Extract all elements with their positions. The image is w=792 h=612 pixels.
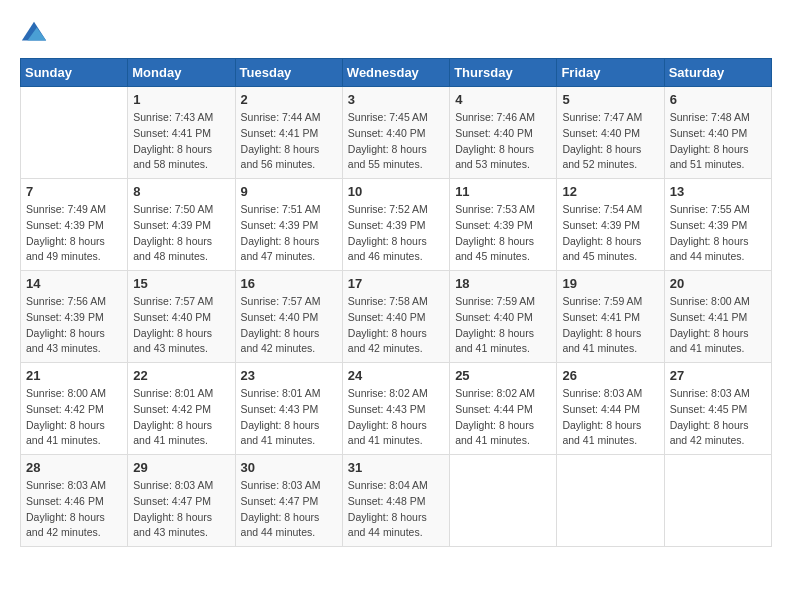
day-number: 2 — [241, 92, 337, 107]
day-number: 25 — [455, 368, 551, 383]
day-number: 10 — [348, 184, 444, 199]
day-number: 31 — [348, 460, 444, 475]
calendar-cell: 23Sunrise: 8:01 AMSunset: 4:43 PMDayligh… — [235, 363, 342, 455]
calendar-cell: 16Sunrise: 7:57 AMSunset: 4:40 PMDayligh… — [235, 271, 342, 363]
sun-info: Sunrise: 7:58 AMSunset: 4:40 PMDaylight:… — [348, 294, 444, 357]
sun-info: Sunrise: 8:03 AMSunset: 4:44 PMDaylight:… — [562, 386, 658, 449]
day-number: 18 — [455, 276, 551, 291]
day-number: 21 — [26, 368, 122, 383]
sun-info: Sunrise: 7:51 AMSunset: 4:39 PMDaylight:… — [241, 202, 337, 265]
calendar-cell: 11Sunrise: 7:53 AMSunset: 4:39 PMDayligh… — [450, 179, 557, 271]
day-number: 4 — [455, 92, 551, 107]
calendar-cell — [21, 87, 128, 179]
calendar-week-row: 28Sunrise: 8:03 AMSunset: 4:46 PMDayligh… — [21, 455, 772, 547]
calendar-cell: 26Sunrise: 8:03 AMSunset: 4:44 PMDayligh… — [557, 363, 664, 455]
sun-info: Sunrise: 7:57 AMSunset: 4:40 PMDaylight:… — [133, 294, 229, 357]
calendar-cell: 31Sunrise: 8:04 AMSunset: 4:48 PMDayligh… — [342, 455, 449, 547]
sun-info: Sunrise: 7:57 AMSunset: 4:40 PMDaylight:… — [241, 294, 337, 357]
calendar-cell — [664, 455, 771, 547]
day-number: 7 — [26, 184, 122, 199]
calendar-cell: 20Sunrise: 8:00 AMSunset: 4:41 PMDayligh… — [664, 271, 771, 363]
day-number: 8 — [133, 184, 229, 199]
day-number: 22 — [133, 368, 229, 383]
day-number: 9 — [241, 184, 337, 199]
weekday-header: Thursday — [450, 59, 557, 87]
weekday-header: Tuesday — [235, 59, 342, 87]
weekday-header: Saturday — [664, 59, 771, 87]
sun-info: Sunrise: 8:00 AMSunset: 4:41 PMDaylight:… — [670, 294, 766, 357]
sun-info: Sunrise: 8:01 AMSunset: 4:43 PMDaylight:… — [241, 386, 337, 449]
calendar-cell: 6Sunrise: 7:48 AMSunset: 4:40 PMDaylight… — [664, 87, 771, 179]
calendar-cell: 7Sunrise: 7:49 AMSunset: 4:39 PMDaylight… — [21, 179, 128, 271]
calendar-week-row: 1Sunrise: 7:43 AMSunset: 4:41 PMDaylight… — [21, 87, 772, 179]
calendar-cell: 13Sunrise: 7:55 AMSunset: 4:39 PMDayligh… — [664, 179, 771, 271]
calendar-cell: 10Sunrise: 7:52 AMSunset: 4:39 PMDayligh… — [342, 179, 449, 271]
calendar-week-row: 14Sunrise: 7:56 AMSunset: 4:39 PMDayligh… — [21, 271, 772, 363]
calendar-cell: 15Sunrise: 7:57 AMSunset: 4:40 PMDayligh… — [128, 271, 235, 363]
day-number: 12 — [562, 184, 658, 199]
calendar-cell: 25Sunrise: 8:02 AMSunset: 4:44 PMDayligh… — [450, 363, 557, 455]
sun-info: Sunrise: 7:55 AMSunset: 4:39 PMDaylight:… — [670, 202, 766, 265]
sun-info: Sunrise: 8:02 AMSunset: 4:43 PMDaylight:… — [348, 386, 444, 449]
calendar-header-row: SundayMondayTuesdayWednesdayThursdayFrid… — [21, 59, 772, 87]
day-number: 28 — [26, 460, 122, 475]
day-number: 16 — [241, 276, 337, 291]
sun-info: Sunrise: 7:43 AMSunset: 4:41 PMDaylight:… — [133, 110, 229, 173]
calendar-cell: 27Sunrise: 8:03 AMSunset: 4:45 PMDayligh… — [664, 363, 771, 455]
sun-info: Sunrise: 7:53 AMSunset: 4:39 PMDaylight:… — [455, 202, 551, 265]
sun-info: Sunrise: 8:03 AMSunset: 4:47 PMDaylight:… — [241, 478, 337, 541]
sun-info: Sunrise: 7:44 AMSunset: 4:41 PMDaylight:… — [241, 110, 337, 173]
calendar-cell: 30Sunrise: 8:03 AMSunset: 4:47 PMDayligh… — [235, 455, 342, 547]
page-header — [20, 20, 772, 48]
day-number: 3 — [348, 92, 444, 107]
weekday-header: Friday — [557, 59, 664, 87]
calendar-cell: 14Sunrise: 7:56 AMSunset: 4:39 PMDayligh… — [21, 271, 128, 363]
day-number: 15 — [133, 276, 229, 291]
calendar-cell: 24Sunrise: 8:02 AMSunset: 4:43 PMDayligh… — [342, 363, 449, 455]
calendar-cell: 8Sunrise: 7:50 AMSunset: 4:39 PMDaylight… — [128, 179, 235, 271]
logo-icon — [20, 20, 48, 48]
sun-info: Sunrise: 8:01 AMSunset: 4:42 PMDaylight:… — [133, 386, 229, 449]
calendar-cell: 5Sunrise: 7:47 AMSunset: 4:40 PMDaylight… — [557, 87, 664, 179]
day-number: 29 — [133, 460, 229, 475]
weekday-header: Monday — [128, 59, 235, 87]
calendar-cell: 1Sunrise: 7:43 AMSunset: 4:41 PMDaylight… — [128, 87, 235, 179]
sun-info: Sunrise: 8:03 AMSunset: 4:45 PMDaylight:… — [670, 386, 766, 449]
sun-info: Sunrise: 8:03 AMSunset: 4:46 PMDaylight:… — [26, 478, 122, 541]
day-number: 30 — [241, 460, 337, 475]
calendar-cell: 4Sunrise: 7:46 AMSunset: 4:40 PMDaylight… — [450, 87, 557, 179]
calendar-cell — [557, 455, 664, 547]
calendar-table: SundayMondayTuesdayWednesdayThursdayFrid… — [20, 58, 772, 547]
day-number: 19 — [562, 276, 658, 291]
day-number: 27 — [670, 368, 766, 383]
sun-info: Sunrise: 8:03 AMSunset: 4:47 PMDaylight:… — [133, 478, 229, 541]
sun-info: Sunrise: 8:00 AMSunset: 4:42 PMDaylight:… — [26, 386, 122, 449]
sun-info: Sunrise: 7:59 AMSunset: 4:41 PMDaylight:… — [562, 294, 658, 357]
sun-info: Sunrise: 7:54 AMSunset: 4:39 PMDaylight:… — [562, 202, 658, 265]
day-number: 6 — [670, 92, 766, 107]
day-number: 1 — [133, 92, 229, 107]
calendar-cell: 2Sunrise: 7:44 AMSunset: 4:41 PMDaylight… — [235, 87, 342, 179]
weekday-header: Wednesday — [342, 59, 449, 87]
sun-info: Sunrise: 7:46 AMSunset: 4:40 PMDaylight:… — [455, 110, 551, 173]
calendar-cell — [450, 455, 557, 547]
sun-info: Sunrise: 7:48 AMSunset: 4:40 PMDaylight:… — [670, 110, 766, 173]
calendar-cell: 21Sunrise: 8:00 AMSunset: 4:42 PMDayligh… — [21, 363, 128, 455]
day-number: 13 — [670, 184, 766, 199]
calendar-cell: 19Sunrise: 7:59 AMSunset: 4:41 PMDayligh… — [557, 271, 664, 363]
day-number: 17 — [348, 276, 444, 291]
day-number: 11 — [455, 184, 551, 199]
day-number: 20 — [670, 276, 766, 291]
sun-info: Sunrise: 7:59 AMSunset: 4:40 PMDaylight:… — [455, 294, 551, 357]
calendar-week-row: 21Sunrise: 8:00 AMSunset: 4:42 PMDayligh… — [21, 363, 772, 455]
sun-info: Sunrise: 7:49 AMSunset: 4:39 PMDaylight:… — [26, 202, 122, 265]
sun-info: Sunrise: 7:50 AMSunset: 4:39 PMDaylight:… — [133, 202, 229, 265]
calendar-cell: 22Sunrise: 8:01 AMSunset: 4:42 PMDayligh… — [128, 363, 235, 455]
sun-info: Sunrise: 7:56 AMSunset: 4:39 PMDaylight:… — [26, 294, 122, 357]
weekday-header: Sunday — [21, 59, 128, 87]
day-number: 23 — [241, 368, 337, 383]
calendar-cell: 3Sunrise: 7:45 AMSunset: 4:40 PMDaylight… — [342, 87, 449, 179]
sun-info: Sunrise: 8:02 AMSunset: 4:44 PMDaylight:… — [455, 386, 551, 449]
calendar-cell: 12Sunrise: 7:54 AMSunset: 4:39 PMDayligh… — [557, 179, 664, 271]
sun-info: Sunrise: 7:47 AMSunset: 4:40 PMDaylight:… — [562, 110, 658, 173]
